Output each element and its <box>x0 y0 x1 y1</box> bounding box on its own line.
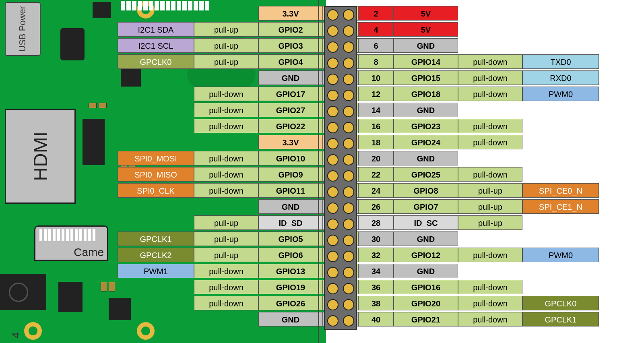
pin-pull: pull-down <box>458 280 522 294</box>
header-pin-icon <box>327 154 339 165</box>
pin-row: 14GND <box>358 103 599 117</box>
header-pin-icon <box>327 283 339 294</box>
pin-name: GPIO20 <box>394 296 458 310</box>
pin-name: GPIO3 <box>258 38 323 53</box>
mounting-hole-icon <box>24 322 42 340</box>
pin-number: 4 <box>358 22 394 37</box>
header-pin-icon <box>343 267 354 278</box>
hdmi-label: HDMI <box>29 132 52 181</box>
pin-pull: pull-down <box>458 70 522 85</box>
pin-name: GPIO11 <box>258 183 323 198</box>
pin-number: 40 <box>358 312 394 326</box>
header-pin-icon <box>327 106 339 117</box>
pin-pull: pull-up <box>458 215 522 230</box>
pin-alt: I2C1 SCL <box>118 38 194 53</box>
pin-alt: SPI0_CLK <box>118 183 194 198</box>
pin-pull: pull-down <box>194 87 258 101</box>
header-pin-icon <box>343 186 354 198</box>
header-row <box>325 55 356 71</box>
board-edge <box>318 0 319 343</box>
header-row <box>325 120 356 136</box>
pin-row: I2C1 SDApull-upGPIO23 <box>118 22 358 37</box>
passive-icon <box>109 282 115 291</box>
header-row <box>325 168 356 184</box>
pin-row: 8GPIO14pull-downTXD0 <box>358 54 599 69</box>
pin-name: GND <box>394 38 458 53</box>
pin-name: 3.3V <box>258 135 323 149</box>
header-row <box>325 152 356 168</box>
header-pin-icon <box>343 154 354 165</box>
header-pin-icon <box>343 41 354 53</box>
pin-name: GPIO21 <box>394 312 458 326</box>
header-row <box>325 23 356 39</box>
pin-pull: pull-down <box>458 167 522 182</box>
pin-number: 2 <box>358 6 394 21</box>
pin-name: 5V <box>394 6 458 21</box>
pin-row: 45V <box>358 22 599 37</box>
pin-number: 20 <box>358 151 394 165</box>
pin-row: 38GPIO20pull-downGPCLK0 <box>358 296 599 310</box>
pin-alt: GPCLK0 <box>522 296 599 310</box>
pin-number: 34 <box>358 264 394 278</box>
pin-row: 34GND <box>358 264 599 278</box>
pin-name: GPIO2 <box>258 22 323 37</box>
gpio-header <box>324 6 357 330</box>
pin-name: GPIO6 <box>258 248 323 262</box>
pin-name: GPIO15 <box>394 70 458 85</box>
pin-number: 6 <box>358 38 394 53</box>
header-pin-icon <box>343 170 354 182</box>
header-row <box>325 232 356 248</box>
pin-pull: pull-up <box>458 199 522 214</box>
pin-name: GPIO27 <box>258 103 323 117</box>
pin-name: GPIO9 <box>258 167 323 182</box>
pin-alt: SPI0_MISO <box>118 167 194 182</box>
pinout-left: 3.3V1I2C1 SDApull-upGPIO23I2C1 SCLpull-u… <box>118 6 358 328</box>
header-row <box>325 136 356 152</box>
pin-alt: TXD0 <box>522 54 599 69</box>
pin-number: 10 <box>358 70 394 85</box>
usb-power-connector: USB Power <box>5 2 41 56</box>
pin-alt: PWM0 <box>522 248 599 262</box>
pin-pull: pull-down <box>458 296 522 310</box>
pin-row: 25V <box>358 6 599 21</box>
pin-pull: pull-down <box>458 54 522 69</box>
pin-row: 6GND <box>358 38 599 53</box>
pin-number: 14 <box>358 103 394 117</box>
header-pin-icon <box>343 58 354 69</box>
pin-pull: pull-up <box>194 215 258 230</box>
pin-row: 16GPIO23pull-down <box>358 119 599 133</box>
pin-name: 3.3V <box>258 6 323 21</box>
pin-row: 28ID_SCpull-up <box>358 215 599 230</box>
pin-name: ID_SD <box>258 215 323 230</box>
pin-name: GPIO4 <box>258 54 323 69</box>
chip-icon <box>83 119 105 165</box>
pin-name: GPIO13 <box>258 264 323 278</box>
header-row <box>325 7 356 23</box>
pin-number: 16 <box>358 119 394 133</box>
header-pin-icon <box>327 186 339 198</box>
header-pin-icon <box>327 58 339 69</box>
header-row <box>325 87 356 103</box>
header-pin-icon <box>343 74 354 85</box>
header-pin-icon <box>343 235 354 246</box>
header-pin-icon <box>343 106 354 117</box>
pin-number: 12 <box>358 87 394 101</box>
pin-name: GND <box>258 199 323 214</box>
pin-alt: GPCLK1 <box>522 312 599 326</box>
pin-name: GPIO26 <box>258 296 323 310</box>
pin-name: GND <box>258 70 323 85</box>
pin-pull: pull-up <box>194 231 258 246</box>
pin-row: GPCLK0pull-upGPIO47 <box>118 54 358 69</box>
header-row <box>325 103 356 120</box>
header-pin-icon <box>327 299 339 310</box>
header-pin-icon <box>327 235 339 246</box>
pin-alt: SPI_CE0_N <box>522 183 599 198</box>
header-pin-icon <box>327 74 339 85</box>
pin-alt: I2C1 SDA <box>118 22 194 37</box>
pin-name: GPIO19 <box>258 280 323 294</box>
pin-name: GPIO12 <box>394 248 458 262</box>
pin-alt: RXD0 <box>522 70 599 85</box>
pin-pull: pull-down <box>458 135 522 149</box>
pin-name: GND <box>394 103 458 117</box>
header-row <box>325 216 356 232</box>
